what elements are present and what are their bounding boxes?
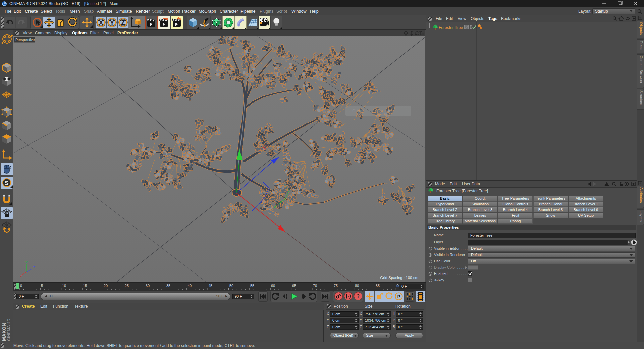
svg-text:?: ? — [357, 293, 360, 299]
svg-text:5: 5 — [41, 284, 43, 288]
svg-text:55: 55 — [250, 284, 254, 288]
svg-text:25: 25 — [125, 284, 129, 288]
svg-text:Orbit: Orbit — [352, 109, 361, 113]
svg-text:80: 80 — [355, 284, 359, 288]
svg-text:65: 65 — [292, 284, 296, 288]
svg-text:60: 60 — [271, 284, 275, 288]
svg-text:X: X — [20, 275, 22, 278]
svg-text:45: 45 — [208, 284, 212, 288]
svg-text:85: 85 — [376, 284, 380, 288]
svg-text:P: P — [397, 294, 400, 299]
svg-text:Grid Spacing : 100 cm: Grid Spacing : 100 cm — [380, 276, 418, 280]
svg-text:15: 15 — [83, 284, 87, 288]
svg-text:70: 70 — [313, 284, 317, 288]
svg-text:Y: Y — [110, 19, 114, 26]
svg-text:35: 35 — [166, 284, 170, 288]
svg-text:Y: Y — [25, 261, 28, 264]
svg-text:10: 10 — [62, 284, 66, 288]
svg-text:0: 0 — [20, 284, 22, 288]
svg-text:X: X — [99, 19, 103, 26]
svg-text:30: 30 — [146, 284, 150, 288]
svg-text:50: 50 — [229, 284, 233, 288]
svg-text:Z: Z — [33, 266, 35, 269]
svg-text:Z: Z — [121, 19, 125, 26]
svg-text:20: 20 — [104, 284, 108, 288]
svg-text:40: 40 — [187, 284, 192, 288]
svg-text:S: S — [5, 180, 8, 186]
svg-text:75: 75 — [334, 284, 338, 288]
